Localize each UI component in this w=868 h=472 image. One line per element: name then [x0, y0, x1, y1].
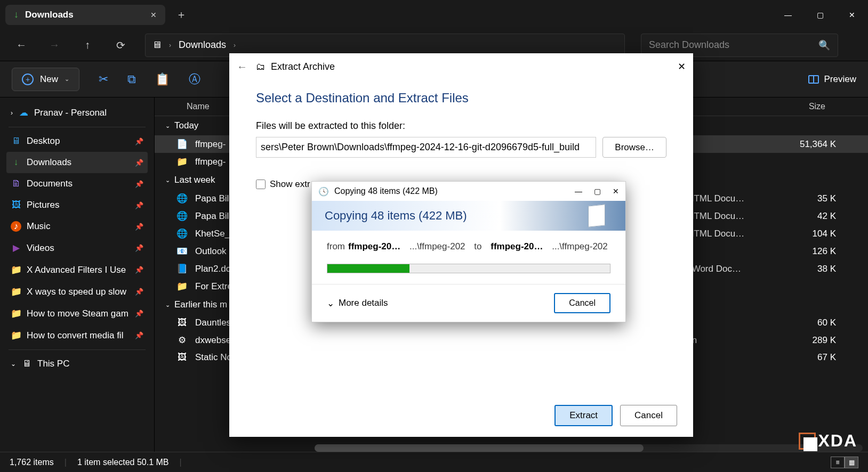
file-icon: ⚙ [176, 335, 188, 346]
tab-close-icon[interactable]: ✕ [150, 11, 157, 19]
extract-path-input[interactable] [256, 137, 596, 158]
forward-button[interactable]: → [46, 39, 63, 51]
chevron-icon: ⌄ [11, 360, 16, 368]
pin-icon[interactable]: 📌 [135, 310, 143, 318]
sidebar-item[interactable]: ▶Videos📌 [6, 237, 148, 259]
up-button[interactable]: ↑ [79, 39, 96, 51]
file-icon: 📧 [176, 246, 188, 257]
back-button[interactable]: ← [13, 39, 30, 51]
pin-icon[interactable]: 📌 [135, 159, 143, 167]
file-icon: 🌐 [176, 193, 188, 204]
scrollbar-thumb[interactable] [315, 444, 644, 452]
pin-icon[interactable]: 📌 [135, 180, 143, 188]
group-label: Earlier this m [174, 299, 227, 310]
preview-icon [808, 75, 819, 84]
sidebar-item[interactable]: 📁How to move Steam gam📌 [6, 303, 148, 324]
sidebar-onedrive[interactable]: › ☁ Pranav - Personal [6, 102, 148, 124]
dl-icon: ↓ [11, 157, 21, 168]
pin-icon[interactable]: 📌 [135, 244, 143, 252]
preview-toggle[interactable]: Preview [808, 74, 856, 85]
file-size: 51,364 K [783, 139, 847, 150]
grid-view-icon[interactable]: ▦ [845, 457, 858, 468]
chevron-down-icon: ⌄ [327, 298, 334, 309]
sidebar-item[interactable]: 📁X Advanced Filters I Use 📌 [6, 259, 148, 281]
col-size[interactable]: Size [772, 102, 836, 111]
chevron-icon: › [169, 42, 171, 49]
tab-downloads[interactable]: ↓ Downloads ✕ [5, 5, 165, 25]
minimize-button[interactable]: — [575, 187, 582, 196]
pin-icon[interactable]: 📌 [135, 223, 143, 231]
paste-button[interactable]: 📋 [155, 72, 170, 86]
pin-icon[interactable]: 📌 [135, 201, 143, 209]
rename-button[interactable]: Ⓐ [189, 71, 200, 87]
sidebar-label: Desktop [27, 136, 60, 147]
file-size: 60 K [783, 318, 847, 328]
pin-icon[interactable]: 📌 [135, 137, 143, 145]
mus-icon: ♪ [11, 221, 21, 232]
vid-icon: ▶ [11, 242, 21, 254]
sidebar-label: Documents [27, 178, 73, 189]
search-icon: 🔍 [818, 39, 830, 51]
horizontal-scrollbar[interactable] [315, 444, 863, 452]
maximize-button[interactable]: ▢ [804, 0, 836, 29]
sidebar-item[interactable]: 🗎Documents📌 [6, 173, 148, 194]
sidebar-label: Music [27, 221, 50, 232]
doc-icon: 🗎 [11, 178, 21, 189]
item-count: 1,762 items [10, 458, 54, 467]
watermark-icon [799, 433, 816, 450]
dialog-title: Extract Archive [271, 61, 335, 72]
maximize-button[interactable]: ▢ [594, 187, 601, 196]
pin-icon[interactable]: 📌 [135, 266, 143, 274]
plus-icon: + [22, 74, 34, 85]
new-button[interactable]: + New ⌄ [12, 68, 79, 91]
progress-bar [327, 264, 610, 273]
sidebar-item[interactable]: 🖼Pictures📌 [6, 194, 148, 216]
chevron-icon: › [234, 42, 236, 49]
copy-heading: Copying 48 items (422 MB) [325, 209, 467, 223]
dialog-back-button[interactable]: ← [237, 61, 247, 73]
minimize-button[interactable]: — [772, 0, 804, 29]
more-details-toggle[interactable]: ⌄ More details [327, 298, 388, 309]
preview-label: Preview [824, 74, 856, 85]
chevron-down-icon: ⌄ [165, 177, 170, 184]
browse-button[interactable]: Browse… [602, 137, 666, 158]
new-tab-button[interactable]: ＋ [172, 5, 191, 25]
sidebar-label: How to convert media fil [27, 330, 123, 341]
fold-icon: 📁 [11, 264, 21, 275]
file-size: 35 K [783, 193, 847, 204]
sidebar-item[interactable]: 📁How to convert media fil📌 [6, 324, 148, 346]
close-window-button[interactable]: ✕ [836, 0, 868, 29]
refresh-button[interactable]: ⟳ [112, 39, 129, 52]
close-button[interactable]: ✕ [613, 187, 619, 196]
cancel-button[interactable]: Cancel [620, 405, 677, 426]
tab-title: Downloads [25, 10, 74, 20]
view-toggle[interactable]: ≡ ▦ [831, 457, 858, 468]
file-size: 42 K [783, 211, 847, 222]
crumb-downloads[interactable]: Downloads [179, 39, 226, 51]
fold-icon: 📁 [11, 308, 21, 319]
sidebar-item[interactable]: 🖥Desktop📌 [6, 131, 148, 152]
pin-icon[interactable]: 📌 [135, 331, 143, 339]
document-icon [588, 204, 605, 227]
file-icon: 📄 [176, 139, 188, 150]
archive-icon: 🗂 [256, 61, 266, 72]
pin-icon[interactable]: 📌 [135, 288, 143, 296]
file-icon: 📁 [176, 156, 188, 167]
sidebar-this-pc[interactable]: ⌄ 🖥 This PC [6, 353, 148, 375]
sidebar: › ☁ Pranav - Personal 🖥Desktop📌↓Download… [0, 97, 155, 452]
list-view-icon[interactable]: ≡ [831, 457, 845, 468]
checkbox[interactable] [256, 180, 266, 189]
sidebar-item[interactable]: ↓Downloads📌 [6, 152, 148, 173]
sidebar-item[interactable]: ♪Music📌 [6, 216, 148, 237]
chevron-icon: › [11, 109, 13, 117]
onedrive-label: Pranav - Personal [34, 108, 107, 118]
dialog-close-button[interactable]: ✕ [678, 61, 686, 72]
sidebar-item[interactable]: 📁X ways to speed up slow📌 [6, 281, 148, 303]
copy-cancel-button[interactable]: Cancel [554, 293, 610, 313]
checkbox-label: Show extr [270, 179, 310, 190]
watermark: XDA [799, 431, 857, 451]
chevron-down-icon: ⌄ [165, 123, 170, 129]
cut-button[interactable]: ✂ [99, 72, 108, 86]
extract-button[interactable]: Extract [554, 405, 613, 426]
copy-button[interactable]: ⧉ [127, 72, 136, 86]
